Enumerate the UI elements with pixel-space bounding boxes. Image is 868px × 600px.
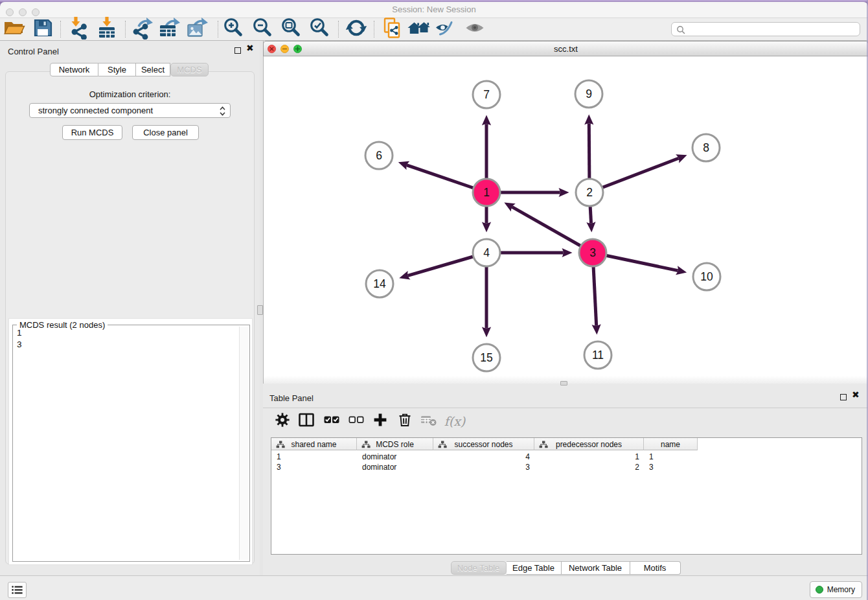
vertical-splitter-grip[interactable] bbox=[257, 305, 263, 315]
save-floppy-button[interactable] bbox=[30, 18, 55, 40]
zoom-out-button[interactable] bbox=[251, 18, 275, 40]
export-image-button[interactable] bbox=[185, 18, 209, 40]
tab-network[interactable]: Network bbox=[50, 63, 98, 76]
close-table-panel-icon[interactable]: ✖ bbox=[852, 389, 860, 400]
function-button[interactable]: f(x) bbox=[443, 410, 466, 432]
tab-mcds[interactable]: MCDS bbox=[170, 63, 209, 76]
cell-MCDS-role[interactable]: dominator bbox=[357, 451, 433, 461]
float-table-panel-icon[interactable] bbox=[840, 394, 847, 400]
export-network-icon bbox=[131, 16, 154, 42]
cell-MCDS-role[interactable]: dominator bbox=[357, 461, 433, 472]
toolbar-separator bbox=[338, 21, 339, 38]
svg-text:9: 9 bbox=[586, 87, 592, 100]
gear-button[interactable] bbox=[271, 410, 294, 432]
graph-node-11[interactable]: 11 bbox=[584, 341, 611, 369]
hide-selected-button[interactable] bbox=[433, 18, 458, 40]
cell-name[interactable]: 3 bbox=[644, 461, 698, 472]
mcds-result-item[interactable]: 1 bbox=[14, 327, 238, 339]
export-table-button[interactable] bbox=[157, 18, 181, 40]
graph-node-9[interactable]: 9 bbox=[575, 80, 602, 108]
graph-node-4[interactable]: 4 bbox=[473, 239, 500, 266]
cell-shared-name[interactable]: 1 bbox=[271, 451, 357, 461]
import-table-button[interactable] bbox=[95, 18, 119, 40]
svg-text:15: 15 bbox=[480, 351, 492, 364]
show-all-button[interactable] bbox=[463, 18, 488, 40]
graph-node-7[interactable]: 7 bbox=[473, 81, 500, 108]
zoom-selected-button[interactable] bbox=[308, 18, 332, 40]
edge-arrowhead bbox=[586, 222, 595, 232]
graph-node-1[interactable]: 1 bbox=[473, 179, 500, 206]
import-table-icon bbox=[95, 16, 119, 42]
float-panel-icon[interactable] bbox=[234, 47, 241, 54]
zoom-in-button[interactable] bbox=[222, 18, 246, 40]
tab-motifs[interactable]: Motifs bbox=[630, 561, 681, 575]
network-canvas[interactable]: 1 2 3 4 6 7 8 9 10 11 14 15 bbox=[264, 56, 868, 384]
delete-column-button[interactable] bbox=[393, 410, 417, 432]
search-icon bbox=[676, 25, 685, 34]
import-network-button[interactable] bbox=[67, 18, 91, 40]
select-all-button[interactable] bbox=[320, 410, 343, 432]
zoom-selected-icon bbox=[308, 16, 332, 42]
task-history-button[interactable] bbox=[8, 582, 27, 598]
graph-node-2[interactable]: 2 bbox=[576, 179, 603, 206]
cell-predecessor-nodes[interactable]: 1 bbox=[534, 451, 644, 461]
add-column-button[interactable] bbox=[369, 410, 392, 432]
graph-node-6[interactable]: 6 bbox=[365, 142, 393, 169]
cell-shared-name[interactable]: 3 bbox=[271, 461, 357, 472]
criterion-dropdown[interactable]: strongly connected component bbox=[29, 103, 231, 118]
column-header-predecessor-nodes[interactable]: predecessor nodes bbox=[534, 438, 644, 450]
open-folder-icon bbox=[3, 16, 26, 42]
tab-style[interactable]: Style bbox=[98, 63, 136, 76]
table-row-3[interactable]: 3dominator323 bbox=[271, 461, 862, 472]
column-header-shared-name[interactable]: shared name bbox=[271, 438, 357, 450]
split-panes-button[interactable] bbox=[295, 410, 318, 432]
mcds-result-list[interactable]: 13 bbox=[14, 327, 238, 560]
zoom-fit-button[interactable] bbox=[279, 18, 304, 40]
toolbar-separator bbox=[218, 21, 218, 38]
cell-predecessor-nodes[interactable]: 2 bbox=[534, 461, 644, 472]
tab-network-table[interactable]: Network Table bbox=[562, 561, 630, 575]
mcds-tab-content: Optimization criterion: strongly connect… bbox=[5, 71, 255, 564]
export-network-button[interactable] bbox=[130, 18, 155, 40]
memory-button[interactable]: Memory bbox=[810, 581, 862, 598]
clone-network-button[interactable] bbox=[380, 18, 405, 40]
search-input[interactable] bbox=[671, 22, 860, 36]
graph-node-10[interactable]: 10 bbox=[693, 263, 720, 290]
cell-successor-nodes[interactable]: 3 bbox=[433, 461, 534, 472]
graph-node-3[interactable]: 3 bbox=[579, 239, 606, 266]
delete-table-button[interactable] bbox=[417, 410, 440, 432]
deselect-all-button[interactable] bbox=[345, 410, 368, 432]
column-header-MCDS-role[interactable]: MCDS role bbox=[357, 438, 433, 450]
cell-name[interactable]: 1 bbox=[644, 451, 698, 461]
network-window-titlebar[interactable]: scc.txt bbox=[263, 41, 868, 56]
close-panel-button[interactable]: Close panel bbox=[132, 125, 199, 140]
tab-edge-table[interactable]: Edge Table bbox=[507, 561, 562, 575]
tab-node-table[interactable]: Node Table bbox=[451, 561, 507, 575]
mcds-result-item[interactable]: 3 bbox=[14, 339, 238, 351]
table-panel-title: Table Panel bbox=[269, 393, 314, 403]
run-mcds-button[interactable]: Run MCDS bbox=[62, 125, 122, 140]
refresh-layout-button[interactable] bbox=[344, 18, 369, 40]
first-neighbors-button[interactable] bbox=[407, 18, 431, 40]
horizontal-splitter-grip[interactable] bbox=[560, 381, 567, 386]
svg-text:4: 4 bbox=[483, 246, 490, 259]
toolbar-separator bbox=[374, 21, 374, 38]
column-header-name[interactable]: name bbox=[644, 438, 698, 450]
graph-node-8[interactable]: 8 bbox=[692, 134, 720, 161]
show-all-icon bbox=[464, 16, 487, 42]
svg-text:2: 2 bbox=[586, 186, 593, 199]
close-panel-icon[interactable]: ✖ bbox=[246, 43, 254, 53]
open-folder-button[interactable] bbox=[2, 18, 27, 40]
column-header-successor-nodes[interactable]: successor nodes bbox=[433, 438, 534, 450]
first-neighbors-icon bbox=[407, 16, 431, 42]
network-graph: 1 2 3 4 6 7 8 9 10 11 14 15 bbox=[264, 56, 868, 384]
delete-column-icon bbox=[398, 413, 412, 430]
graph-node-15[interactable]: 15 bbox=[473, 344, 500, 371]
cell-successor-nodes[interactable]: 4 bbox=[433, 451, 534, 461]
table-row-1[interactable]: 1dominator411 bbox=[271, 451, 862, 461]
tab-select[interactable]: Select bbox=[136, 63, 170, 76]
result-scrollbar[interactable] bbox=[239, 327, 248, 560]
graph-node-14[interactable]: 14 bbox=[366, 270, 393, 297]
edge-arrowhead bbox=[482, 222, 491, 233]
optimization-criterion-label: Optimization criterion: bbox=[6, 89, 254, 99]
